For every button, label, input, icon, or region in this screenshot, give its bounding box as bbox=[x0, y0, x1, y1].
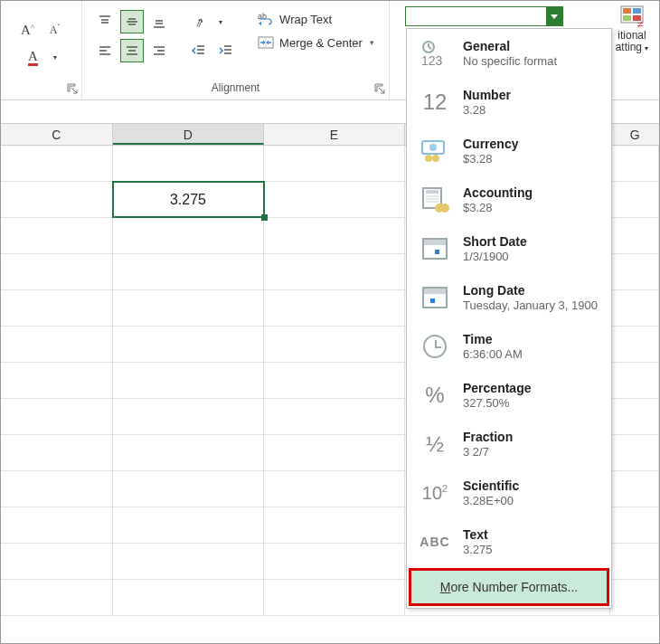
alignment-group: ⇗ ▾ ab Wrap Text Merge & Center ▾ bbox=[82, 1, 390, 99]
scientific-icon: 102 bbox=[420, 478, 450, 508]
orientation-dropdown[interactable]: ▾ bbox=[214, 10, 227, 33]
align-right-button[interactable] bbox=[147, 39, 171, 62]
svg-point-47 bbox=[440, 204, 449, 213]
wrap-text-icon: ab bbox=[258, 12, 274, 26]
currency-icon bbox=[420, 136, 450, 166]
general-icon: 123 bbox=[420, 38, 450, 69]
merge-center-button[interactable]: Merge & Center ▾ bbox=[254, 33, 378, 52]
number-format-dropdown-field[interactable] bbox=[405, 6, 563, 26]
nf-time[interactable]: Time6:36:00 AM bbox=[407, 322, 611, 371]
nf-more-formats[interactable]: More Number Formats... bbox=[409, 568, 609, 606]
number-format-dropdown-button[interactable] bbox=[546, 7, 562, 25]
nf-fraction[interactable]: ½ Fraction3 2/7 bbox=[407, 420, 611, 469]
col-header-e[interactable]: E bbox=[264, 124, 405, 145]
nf-long-date[interactable]: Long DateTuesday, January 3, 1900 bbox=[407, 273, 611, 322]
nf-number[interactable]: 12 Number3.28 bbox=[407, 78, 611, 127]
short-date-icon bbox=[420, 233, 450, 264]
long-date-icon bbox=[420, 282, 450, 313]
increase-font-button[interactable]: A^ bbox=[16, 19, 40, 43]
svg-point-38 bbox=[429, 144, 437, 151]
svg-text:≠: ≠ bbox=[637, 18, 644, 28]
col-header-d[interactable]: D bbox=[113, 124, 265, 145]
svg-rect-42 bbox=[426, 190, 438, 194]
accounting-icon bbox=[420, 185, 450, 215]
increase-indent-button[interactable] bbox=[214, 39, 238, 62]
svg-point-40 bbox=[432, 155, 439, 162]
col-header-c[interactable]: C bbox=[1, 124, 113, 145]
font-color-dropdown[interactable]: ▾ bbox=[49, 46, 61, 70]
nf-percentage[interactable]: % Percentage327.50% bbox=[407, 371, 611, 420]
alignment-dialog-launcher[interactable] bbox=[374, 83, 385, 94]
nf-accounting[interactable]: Accounting$3.28 bbox=[407, 175, 611, 224]
wrap-text-label: Wrap Text bbox=[279, 13, 332, 26]
nf-general[interactable]: 123 GeneralNo specific format bbox=[407, 29, 611, 78]
number-icon: 12 bbox=[420, 87, 450, 118]
align-left-button[interactable] bbox=[93, 39, 117, 62]
align-center-button[interactable] bbox=[120, 39, 144, 62]
nf-currency[interactable]: Currency$3.28 bbox=[407, 127, 611, 175]
decrease-indent-button[interactable] bbox=[187, 39, 211, 62]
conditional-formatting-icon: ≠ bbox=[619, 5, 645, 28]
nf-scientific[interactable]: 102 Scientific3.28E+00 bbox=[407, 469, 611, 517]
decrease-font-button[interactable]: Aˇ bbox=[43, 19, 67, 43]
svg-rect-30 bbox=[623, 15, 631, 21]
align-bottom-button[interactable] bbox=[147, 10, 171, 33]
merge-center-icon bbox=[258, 35, 274, 50]
selection-fill-handle[interactable] bbox=[261, 214, 268, 221]
merge-center-label: Merge & Center bbox=[279, 36, 363, 50]
number-format-menu: 123 GeneralNo specific format 12 Number3… bbox=[406, 28, 612, 609]
svg-point-39 bbox=[425, 155, 432, 162]
percentage-icon: % bbox=[420, 380, 450, 411]
wrap-text-button[interactable]: ab Wrap Text bbox=[254, 10, 378, 28]
font-dialog-launcher[interactable] bbox=[67, 83, 78, 94]
time-icon bbox=[420, 331, 450, 362]
align-top-button[interactable] bbox=[93, 10, 117, 33]
text-icon: ABC bbox=[420, 526, 450, 557]
orientation-button[interactable]: ⇗ bbox=[187, 10, 211, 33]
fraction-icon: ½ bbox=[420, 429, 450, 459]
svg-rect-29 bbox=[633, 8, 641, 14]
svg-line-35 bbox=[429, 47, 431, 49]
alignment-group-label: Alignment bbox=[212, 81, 259, 98]
align-middle-button[interactable] bbox=[120, 10, 144, 33]
conditional-formatting-button[interactable]: ≠ itionalatting ▾ bbox=[605, 5, 659, 53]
svg-rect-28 bbox=[623, 8, 631, 14]
svg-text:123: 123 bbox=[421, 53, 443, 67]
nf-short-date[interactable]: Short Date1/3/1900 bbox=[407, 224, 611, 273]
col-header-g[interactable]: G bbox=[610, 124, 659, 145]
nf-text[interactable]: ABC Text3.275 bbox=[407, 517, 611, 566]
font-group-partial: A^ Aˇ A ▾ bbox=[1, 1, 82, 99]
font-color-button[interactable]: A bbox=[22, 46, 45, 70]
cell-d-value[interactable]: 3.275 bbox=[113, 182, 265, 218]
merge-dropdown-caret[interactable]: ▾ bbox=[370, 38, 374, 47]
